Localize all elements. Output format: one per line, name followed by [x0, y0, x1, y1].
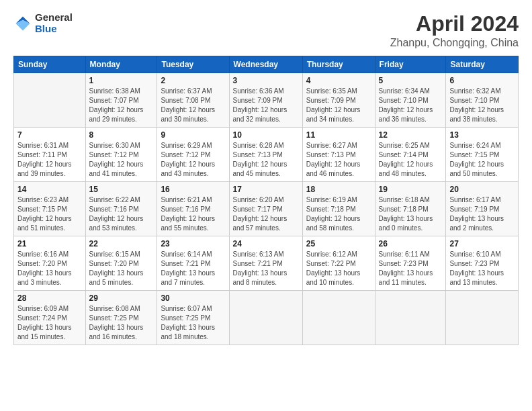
- day-info: Sunrise: 6:21 AM Sunset: 7:16 PM Dayligh…: [161, 195, 225, 233]
- cell-w2-d4: 10Sunrise: 6:28 AM Sunset: 7:13 PM Dayli…: [229, 128, 302, 182]
- cell-w5-d4: [229, 291, 302, 345]
- day-number: 20: [449, 185, 515, 194]
- day-number: 24: [233, 239, 299, 248]
- day-info: Sunrise: 6:18 AM Sunset: 7:18 PM Dayligh…: [379, 195, 443, 233]
- cell-w1-d6: 5Sunrise: 6:34 AM Sunset: 7:10 PM Daylig…: [375, 73, 446, 128]
- col-monday: Monday: [85, 56, 157, 73]
- week-row-2: 7Sunrise: 6:31 AM Sunset: 7:11 PM Daylig…: [14, 128, 519, 182]
- day-number: 12: [379, 130, 443, 140]
- day-number: 15: [89, 185, 154, 194]
- cell-w1-d3: 2Sunrise: 6:37 AM Sunset: 7:08 PM Daylig…: [157, 73, 229, 128]
- logo-icon: [13, 14, 32, 33]
- day-number: 30: [161, 293, 225, 303]
- page: General Blue April 2024 Zhanpu, Chongqin…: [0, 0, 532, 411]
- day-info: Sunrise: 6:20 AM Sunset: 7:17 PM Dayligh…: [233, 195, 299, 233]
- day-number: 25: [306, 239, 371, 248]
- cell-w4-d4: 24Sunrise: 6:13 AM Sunset: 7:21 PM Dayli…: [229, 236, 302, 291]
- day-number: 26: [379, 239, 443, 248]
- cell-w1-d2: 1Sunrise: 6:38 AM Sunset: 7:07 PM Daylig…: [85, 73, 157, 128]
- header: General Blue April 2024 Zhanpu, Chongqin…: [13, 12, 519, 49]
- day-info: Sunrise: 6:31 AM Sunset: 7:11 PM Dayligh…: [17, 141, 82, 179]
- col-friday: Friday: [375, 56, 446, 73]
- day-info: Sunrise: 6:32 AM Sunset: 7:10 PM Dayligh…: [449, 87, 515, 124]
- cell-w2-d6: 12Sunrise: 6:25 AM Sunset: 7:14 PM Dayli…: [375, 128, 446, 182]
- day-number: 6: [449, 76, 515, 85]
- day-number: 17: [233, 185, 299, 194]
- logo-blue: Blue: [35, 24, 73, 35]
- col-sunday: Sunday: [14, 56, 86, 73]
- day-number: 23: [161, 239, 225, 248]
- day-info: Sunrise: 6:19 AM Sunset: 7:18 PM Dayligh…: [306, 195, 371, 233]
- day-info: Sunrise: 6:28 AM Sunset: 7:13 PM Dayligh…: [233, 141, 299, 179]
- cell-w2-d3: 9Sunrise: 6:29 AM Sunset: 7:12 PM Daylig…: [157, 128, 229, 182]
- cell-w3-d7: 20Sunrise: 6:17 AM Sunset: 7:19 PM Dayli…: [446, 182, 519, 236]
- cell-w2-d5: 11Sunrise: 6:27 AM Sunset: 7:13 PM Dayli…: [302, 128, 375, 182]
- day-info: Sunrise: 6:37 AM Sunset: 7:08 PM Dayligh…: [161, 87, 225, 124]
- logo: General Blue: [13, 12, 73, 34]
- header-row: Sunday Monday Tuesday Wednesday Thursday…: [14, 56, 519, 73]
- cell-w4-d2: 22Sunrise: 6:15 AM Sunset: 7:20 PM Dayli…: [85, 236, 157, 291]
- cell-w1-d5: 4Sunrise: 6:35 AM Sunset: 7:09 PM Daylig…: [302, 73, 375, 128]
- day-info: Sunrise: 6:35 AM Sunset: 7:09 PM Dayligh…: [306, 87, 371, 124]
- day-info: Sunrise: 6:11 AM Sunset: 7:23 PM Dayligh…: [379, 250, 443, 287]
- calendar-body: 1Sunrise: 6:38 AM Sunset: 7:07 PM Daylig…: [14, 73, 519, 345]
- day-number: 5: [379, 76, 443, 85]
- cell-w5-d3: 30Sunrise: 6:07 AM Sunset: 7:25 PM Dayli…: [157, 291, 229, 345]
- col-thursday: Thursday: [302, 56, 375, 73]
- day-number: 18: [306, 185, 371, 194]
- cell-w4-d3: 23Sunrise: 6:14 AM Sunset: 7:21 PM Dayli…: [157, 236, 229, 291]
- cell-w1-d1: [14, 73, 86, 128]
- cell-w3-d1: 14Sunrise: 6:23 AM Sunset: 7:15 PM Dayli…: [14, 182, 86, 236]
- day-number: 22: [89, 239, 154, 248]
- day-number: 3: [233, 76, 299, 85]
- week-row-5: 28Sunrise: 6:09 AM Sunset: 7:24 PM Dayli…: [14, 291, 519, 345]
- day-number: 14: [17, 185, 82, 194]
- cell-w5-d1: 28Sunrise: 6:09 AM Sunset: 7:24 PM Dayli…: [14, 291, 86, 345]
- cell-w5-d5: [302, 291, 375, 345]
- day-info: Sunrise: 6:14 AM Sunset: 7:21 PM Dayligh…: [161, 250, 225, 287]
- day-number: 8: [89, 130, 154, 140]
- cell-w5-d2: 29Sunrise: 6:08 AM Sunset: 7:25 PM Dayli…: [85, 291, 157, 345]
- day-number: 9: [161, 130, 225, 140]
- day-info: Sunrise: 6:24 AM Sunset: 7:15 PM Dayligh…: [449, 141, 515, 179]
- col-saturday: Saturday: [446, 56, 519, 73]
- day-info: Sunrise: 6:10 AM Sunset: 7:23 PM Dayligh…: [449, 250, 515, 287]
- day-info: Sunrise: 6:08 AM Sunset: 7:25 PM Dayligh…: [89, 304, 154, 342]
- day-info: Sunrise: 6:15 AM Sunset: 7:20 PM Dayligh…: [89, 250, 154, 287]
- cell-w2-d7: 13Sunrise: 6:24 AM Sunset: 7:15 PM Dayli…: [446, 128, 519, 182]
- day-info: Sunrise: 6:23 AM Sunset: 7:15 PM Dayligh…: [17, 195, 82, 233]
- cell-w5-d6: [375, 291, 446, 345]
- day-number: 11: [306, 130, 371, 140]
- cell-w3-d3: 16Sunrise: 6:21 AM Sunset: 7:16 PM Dayli…: [157, 182, 229, 236]
- day-number: 19: [379, 185, 443, 194]
- day-info: Sunrise: 6:25 AM Sunset: 7:14 PM Dayligh…: [379, 141, 443, 179]
- cell-w2-d2: 8Sunrise: 6:30 AM Sunset: 7:12 PM Daylig…: [85, 128, 157, 182]
- day-number: 21: [17, 239, 82, 248]
- cell-w3-d2: 15Sunrise: 6:22 AM Sunset: 7:16 PM Dayli…: [85, 182, 157, 236]
- day-info: Sunrise: 6:22 AM Sunset: 7:16 PM Dayligh…: [89, 195, 154, 233]
- cell-w5-d7: [446, 291, 519, 345]
- logo-general: General: [35, 12, 73, 24]
- title-block: April 2024 Zhanpu, Chongqing, China: [390, 12, 519, 49]
- cell-w1-d4: 3Sunrise: 6:36 AM Sunset: 7:09 PM Daylig…: [229, 73, 302, 128]
- day-info: Sunrise: 6:38 AM Sunset: 7:07 PM Dayligh…: [89, 87, 154, 124]
- day-info: Sunrise: 6:09 AM Sunset: 7:24 PM Dayligh…: [17, 304, 82, 342]
- cell-w2-d1: 7Sunrise: 6:31 AM Sunset: 7:11 PM Daylig…: [14, 128, 86, 182]
- day-number: 28: [17, 293, 82, 303]
- day-info: Sunrise: 6:27 AM Sunset: 7:13 PM Dayligh…: [306, 141, 371, 179]
- cell-w4-d5: 25Sunrise: 6:12 AM Sunset: 7:22 PM Dayli…: [302, 236, 375, 291]
- day-number: 4: [306, 76, 371, 85]
- day-info: Sunrise: 6:34 AM Sunset: 7:10 PM Dayligh…: [379, 87, 443, 124]
- day-info: Sunrise: 6:29 AM Sunset: 7:12 PM Dayligh…: [161, 141, 225, 179]
- day-number: 29: [89, 293, 154, 303]
- logo-text: General Blue: [35, 12, 73, 34]
- day-number: 27: [449, 239, 515, 248]
- cell-w3-d6: 19Sunrise: 6:18 AM Sunset: 7:18 PM Dayli…: [375, 182, 446, 236]
- day-info: Sunrise: 6:12 AM Sunset: 7:22 PM Dayligh…: [306, 250, 371, 287]
- day-number: 13: [449, 130, 515, 140]
- cell-w4-d6: 26Sunrise: 6:11 AM Sunset: 7:23 PM Dayli…: [375, 236, 446, 291]
- day-info: Sunrise: 6:36 AM Sunset: 7:09 PM Dayligh…: [233, 87, 299, 124]
- week-row-1: 1Sunrise: 6:38 AM Sunset: 7:07 PM Daylig…: [14, 73, 519, 128]
- day-info: Sunrise: 6:30 AM Sunset: 7:12 PM Dayligh…: [89, 141, 154, 179]
- day-info: Sunrise: 6:07 AM Sunset: 7:25 PM Dayligh…: [161, 304, 225, 342]
